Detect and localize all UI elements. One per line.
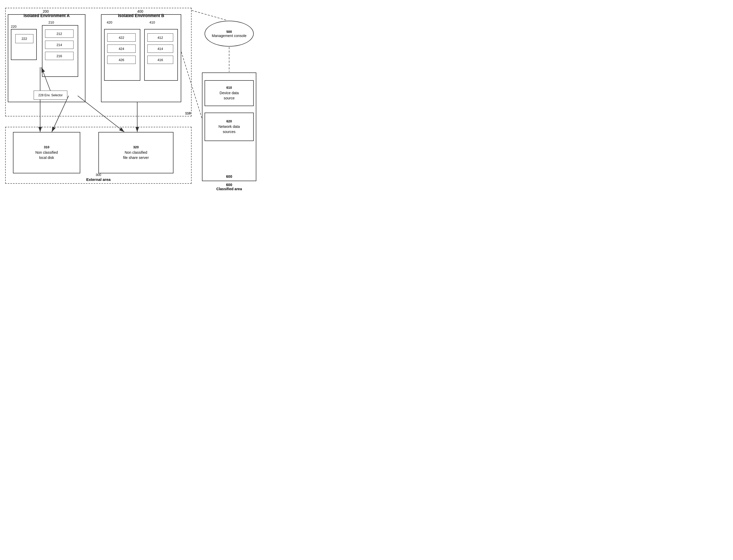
comp-410-label: 410 xyxy=(149,20,155,24)
comp-210-label: 210 xyxy=(48,20,54,24)
file-share-label: Non classifiedfile share server xyxy=(123,150,149,160)
svg-line-7 xyxy=(192,10,226,20)
external-area-label: External area xyxy=(5,177,192,182)
mgmt-number: 500 xyxy=(226,30,232,34)
classified-number: 600 xyxy=(202,174,256,179)
diagram-container: 200 Isolated Environment A 222 220 212 2… xyxy=(0,0,259,202)
network-data-label: Network datasources xyxy=(218,124,240,134)
device-data-number: 610 xyxy=(226,86,232,90)
mgmt-label: Management console xyxy=(212,34,246,38)
file-share-box: 320 Non classifiedfile share server xyxy=(98,132,173,173)
classified-area-text-label: Classified area xyxy=(216,187,242,191)
env-a-number: 200 xyxy=(43,9,49,13)
device-data-label: Device datasource xyxy=(219,91,239,101)
management-console: 500 Management console xyxy=(204,21,254,47)
box-416: 416 xyxy=(147,56,173,64)
env-selector-label: 228 Env. Selector xyxy=(38,93,63,97)
box-214: 214 xyxy=(45,41,73,49)
box-412: 412 xyxy=(147,33,173,42)
box-422: 422 xyxy=(107,33,136,42)
classified-area-label: 600 Classified area xyxy=(202,183,256,191)
comp-210: 212 214 216 xyxy=(42,25,78,77)
comp-420: 422 424 426 xyxy=(104,29,140,81)
comp-220: 222 xyxy=(11,29,37,60)
classified-area-number-label: 600 xyxy=(226,183,232,187)
local-disk-number: 310 xyxy=(44,145,49,149)
comp-220-label: 220 xyxy=(11,25,17,28)
env-b-number: 400 xyxy=(137,9,143,13)
box-222: 222 xyxy=(15,34,33,43)
network-data-number: 620 xyxy=(226,119,232,123)
box-216: 216 xyxy=(45,52,73,60)
comp-420-label: 420 xyxy=(107,20,112,24)
local-disk-label: Non classifiedlocal disk xyxy=(35,150,58,160)
connection-label-110: 110 xyxy=(185,111,191,115)
local-disk-box: 310 Non classifiedlocal disk xyxy=(13,132,80,173)
box-424: 424 xyxy=(107,45,136,53)
box-414: 414 xyxy=(147,45,173,53)
box-426: 426 xyxy=(107,56,136,64)
file-share-number: 320 xyxy=(133,145,139,149)
network-data-box: 620 Network datasources xyxy=(204,113,254,141)
env-a-box: 222 220 212 214 216 210 xyxy=(8,14,85,102)
external-area-number: 300 xyxy=(5,173,192,177)
env-selector-box: 228 Env. Selector xyxy=(34,91,67,100)
comp-410: 412 414 416 xyxy=(144,29,178,81)
device-data-box: 610 Device datasource xyxy=(204,80,254,106)
env-b-box: 422 424 426 420 412 414 416 410 xyxy=(101,14,181,102)
box-212: 212 xyxy=(45,30,73,38)
